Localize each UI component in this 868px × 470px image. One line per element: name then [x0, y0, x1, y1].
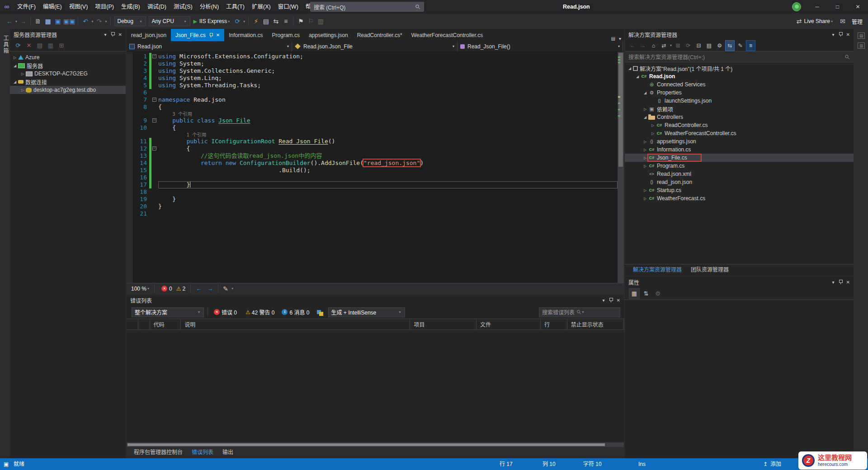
chevron-down-icon[interactable]: ▾ [832, 280, 835, 285]
solution-configuration-dropdown[interactable]: Debug▾ [114, 16, 146, 26]
code-line[interactable]: 13 //这句代码会读取read_json.json中的内容 [127, 152, 618, 160]
solution-tree-item[interactable]: Connected Services [625, 80, 854, 89]
expanded-arrow-icon[interactable]: ◢ [634, 75, 641, 79]
save-all-button[interactable]: ▣▣ [63, 16, 75, 27]
chevron-down-ic[interactable]: ▾ [231, 287, 233, 291]
background-tasks-icon[interactable]: ▣ [4, 458, 9, 470]
scrollbar-thumb[interactable] [127, 443, 605, 446]
codelens-row[interactable]: 3 个引用 [127, 111, 618, 117]
minimize-button[interactable]: ─ [807, 0, 827, 14]
menu-item[interactable]: 项目(P) [91, 0, 118, 14]
warnings-filter-button[interactable]: ⚠42 警告 0 [241, 307, 278, 317]
alphabetical-sort-icon[interactable]: ⇅ [641, 288, 651, 299]
collapse-region-icon[interactable]: － [152, 98, 156, 102]
code-line[interactable]: 1－using Microsoft.Extensions.Configurati… [127, 53, 618, 60]
navigate-symbols-icon[interactable]: ⇆ [271, 16, 280, 27]
server-tree-item[interactable]: ▷DESKTOP-AC7G2EG [10, 70, 126, 78]
solution-tree-item[interactable]: launchSettings.json [625, 97, 854, 105]
preview-selected-icon[interactable]: ✎ [736, 40, 745, 51]
chevron-down-icon[interactable]: ▾ [243, 19, 245, 24]
chevron-down-icon[interactable]: ▾ [603, 298, 605, 303]
collapsed-arrow-icon[interactable]: ▷ [642, 197, 648, 201]
menu-item[interactable]: 分析(N) [196, 0, 222, 14]
menu-item[interactable]: 文件(F) [14, 0, 39, 14]
expanded-arrow-icon[interactable]: ◢ [12, 64, 18, 68]
insert-mode-indicator[interactable]: Ins [638, 458, 646, 470]
performance-profiler-icon[interactable]: ⚡ [251, 16, 260, 27]
code-line[interactable]: 2using System; [127, 60, 618, 67]
error-count[interactable]: 0 [169, 286, 172, 292]
open-file-button[interactable]: ▦ [43, 16, 52, 27]
collapsed-arrow-icon[interactable]: ▷ [642, 148, 648, 152]
menu-item[interactable]: 工具(T) [222, 0, 248, 14]
pin-icon[interactable] [111, 32, 115, 37]
quick-search-box[interactable]: 搜索 (Ctrl+Q) [310, 2, 424, 12]
menu-item[interactable]: 调试(D) [144, 0, 170, 14]
pin-icon[interactable] [839, 280, 843, 285]
menu-item[interactable]: 视图(V) [66, 0, 92, 14]
server-tree-item[interactable]: ▷desktop-ac7g2eg.test.dbo [10, 86, 126, 94]
forward-icon[interactable]: → [638, 40, 648, 51]
code-line[interactable]: 7－namespace Read.json [127, 96, 618, 103]
properties-icon[interactable]: ⚙ [715, 40, 724, 51]
breadcrumb-segment[interactable]: Read_Json_File()▾ [458, 41, 623, 52]
bookmark-icon[interactable]: ⚑ [296, 16, 305, 27]
code-line[interactable]: 14 return new ConfigurationBuilder().Add… [127, 160, 618, 167]
close-icon[interactable]: ✕ [846, 32, 850, 37]
solution-tree-item[interactable]: ◢Read.json [625, 72, 854, 80]
solution-tree-item[interactable]: ◢Properties [625, 89, 854, 97]
collapsed-arrow-icon[interactable]: ▷ [642, 156, 648, 160]
start-debugging-button[interactable]: ▶IIS Express▾ [193, 18, 231, 24]
code-line[interactable]: 21 [127, 210, 618, 217]
maximize-button[interactable]: □ [827, 0, 848, 14]
solution-filter-icon[interactable]: ≡ [746, 40, 755, 51]
collapsed-arrow-icon[interactable]: ▷ [642, 107, 648, 111]
add-to-source-control-label[interactable]: 添加 [770, 458, 781, 470]
horizontal-scrollbar[interactable] [127, 442, 624, 447]
server-tree-item[interactable]: ▷Azure [10, 53, 126, 61]
close-button[interactable]: ✕ [848, 0, 868, 14]
pin-icon[interactable] [209, 33, 213, 38]
solution-tree-item[interactable]: ▷Startup.cs [625, 186, 854, 194]
document-outline-icon[interactable]: ▤ [611, 36, 615, 41]
switch-views-icon[interactable]: ⇄ [659, 40, 669, 51]
solution-tree-item[interactable]: ▷WeatherForecast.cs [625, 194, 854, 202]
column-header[interactable]: 代码 [150, 319, 181, 329]
solution-tree-item[interactable]: ▷Json_File.cs [625, 154, 854, 162]
editor-tab[interactable]: ReadController.cs* [353, 29, 407, 41]
solution-tree-item[interactable]: ▷Program.cs [625, 162, 854, 170]
column-header[interactable]: 禁止显示状态 [567, 319, 624, 329]
collapsed-arrow-icon[interactable]: ▷ [650, 132, 656, 136]
menu-item[interactable]: 编辑(E) [39, 0, 66, 14]
code-line[interactable]: 18 [127, 188, 618, 196]
code-line[interactable]: 20} [127, 203, 618, 210]
scope-dropdown[interactable]: 整个解决方案▾ [132, 307, 204, 317]
collapsed-arrow-icon[interactable]: ▷ [642, 140, 648, 144]
code-line[interactable]: 3using System.Collections.Generic; [127, 67, 618, 75]
bottom-panel-tab[interactable]: 输出 [218, 447, 238, 458]
collapse-all-icon[interactable]: ⊟ [694, 40, 703, 51]
bottom-panel-tab[interactable]: 程序包管理器控制台 [129, 447, 187, 458]
toolbox-vertical-tab[interactable]: 工具箱 [2, 35, 9, 54]
cursor-column-indicator[interactable]: 列 10 [542, 458, 556, 470]
chevron-down-icon[interactable]: ▾ [832, 32, 835, 37]
navigate-back-button[interactable]: ← [5, 16, 14, 27]
pending-changes-icon[interactable]: ⊞ [673, 40, 683, 51]
connect-server-icon[interactable]: ▥ [46, 40, 56, 51]
stop-refresh-icon[interactable]: ✕ [24, 40, 34, 51]
filter-icon[interactable]: ⊞ [57, 40, 66, 51]
navigate-forward-button[interactable]: → [19, 16, 28, 27]
code-editor[interactable]: 1－using Microsoft.Extensions.Configurati… [127, 52, 624, 283]
chevron-down-icon[interactable]: ▾ [619, 36, 621, 41]
menu-item[interactable]: 窗口(W) [274, 0, 302, 14]
categorized-view-icon[interactable]: ▦ [629, 288, 640, 299]
zoom-dropdown[interactable]: 100 %▾ [129, 286, 152, 292]
expanded-arrow-icon[interactable]: ◢ [642, 115, 648, 119]
warning-count-icon[interactable]: ⚠ [176, 286, 181, 292]
chevron-down-icon[interactable]: ▾ [104, 32, 107, 37]
indent-icon[interactable]: ≡ [281, 16, 290, 27]
collapse-region-icon[interactable]: － [152, 118, 156, 122]
code-line[interactable]: 12－ { [127, 145, 618, 152]
solution-tree-item[interactable]: read_json.json [625, 178, 854, 186]
find-in-files-icon[interactable]: ▤ [261, 16, 270, 27]
